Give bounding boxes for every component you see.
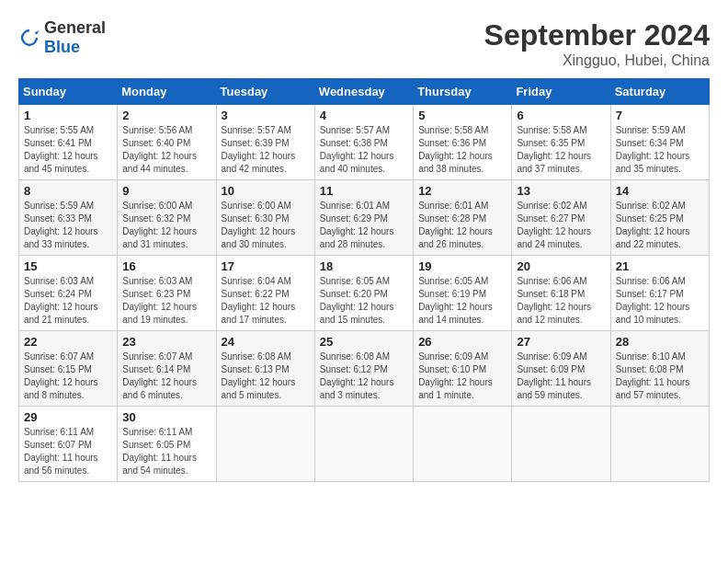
day-number: 30 — [122, 410, 210, 424]
day-number: 28 — [616, 335, 704, 349]
day-info: Sunrise: 6:06 AM Sunset: 6:18 PM Dayligh… — [517, 275, 605, 327]
day-number: 6 — [517, 109, 605, 122]
day-number: 29 — [24, 410, 112, 424]
calendar-day-cell: 25 Sunrise: 6:08 AM Sunset: 6:12 PM Dayl… — [314, 331, 413, 407]
day-info: Sunrise: 5:55 AM Sunset: 6:41 PM Dayligh… — [24, 124, 112, 176]
calendar-header-row: SundayMondayTuesdayWednesdayThursdayFrid… — [19, 79, 710, 105]
day-number: 12 — [418, 184, 506, 198]
day-of-week-header: Sunday — [19, 79, 118, 105]
day-info: Sunrise: 6:02 AM Sunset: 6:27 PM Dayligh… — [517, 200, 605, 251]
calendar-day-cell: 16 Sunrise: 6:03 AM Sunset: 6:23 PM Dayl… — [118, 256, 216, 331]
day-of-week-header: Saturday — [610, 79, 709, 105]
calendar-day-cell: 18 Sunrise: 6:05 AM Sunset: 6:20 PM Dayl… — [314, 256, 413, 331]
day-info: Sunrise: 6:09 AM Sunset: 6:10 PM Dayligh… — [418, 350, 506, 402]
day-info: Sunrise: 5:57 AM Sunset: 6:39 PM Dayligh… — [222, 124, 310, 176]
calendar-day-cell: 17 Sunrise: 6:04 AM Sunset: 6:22 PM Dayl… — [216, 256, 314, 331]
calendar-day-cell: 22 Sunrise: 6:07 AM Sunset: 6:15 PM Dayl… — [19, 331, 118, 407]
day-of-week-header: Friday — [512, 79, 610, 105]
day-info: Sunrise: 6:11 AM Sunset: 6:07 PM Dayligh… — [24, 426, 112, 477]
day-info: Sunrise: 6:03 AM Sunset: 6:24 PM Dayligh… — [24, 275, 112, 327]
day-info: Sunrise: 5:56 AM Sunset: 6:40 PM Dayligh… — [122, 124, 210, 176]
calendar-day-cell: 9 Sunrise: 6:00 AM Sunset: 6:32 PM Dayli… — [118, 180, 216, 256]
logo-general-text: General — [44, 18, 106, 37]
calendar-day-cell: 11 Sunrise: 6:01 AM Sunset: 6:29 PM Dayl… — [314, 180, 413, 256]
calendar-day-cell: 28 Sunrise: 6:10 AM Sunset: 6:08 PM Dayl… — [610, 331, 709, 407]
calendar-day-cell: 26 Sunrise: 6:09 AM Sunset: 6:10 PM Dayl… — [414, 331, 512, 407]
page-header: General Blue September 2024 Xingguo, Hub… — [18, 18, 710, 69]
day-info: Sunrise: 6:00 AM Sunset: 6:32 PM Dayligh… — [122, 200, 210, 251]
day-info: Sunrise: 5:58 AM Sunset: 6:35 PM Dayligh… — [517, 124, 605, 176]
day-info: Sunrise: 5:59 AM Sunset: 6:33 PM Dayligh… — [24, 200, 112, 251]
day-number: 7 — [616, 109, 704, 122]
calendar-day-cell: 10 Sunrise: 6:00 AM Sunset: 6:30 PM Dayl… — [216, 180, 314, 256]
day-info: Sunrise: 6:07 AM Sunset: 6:14 PM Dayligh… — [122, 350, 210, 402]
day-number: 9 — [122, 184, 210, 198]
day-of-week-header: Monday — [118, 79, 216, 105]
day-number: 23 — [122, 335, 210, 349]
calendar-week-row: 29 Sunrise: 6:11 AM Sunset: 6:07 PM Dayl… — [19, 407, 710, 482]
day-number: 17 — [222, 259, 310, 273]
day-number: 26 — [418, 335, 506, 349]
day-number: 3 — [222, 109, 310, 122]
day-info: Sunrise: 6:06 AM Sunset: 6:17 PM Dayligh… — [616, 275, 704, 327]
calendar-day-cell — [512, 407, 610, 482]
calendar-day-cell — [314, 407, 413, 482]
month-title: September 2024 — [484, 18, 710, 52]
calendar-day-cell: 7 Sunrise: 5:59 AM Sunset: 6:34 PM Dayli… — [610, 105, 709, 180]
calendar-day-cell: 19 Sunrise: 6:05 AM Sunset: 6:19 PM Dayl… — [414, 256, 512, 331]
logo: General Blue — [18, 18, 106, 57]
calendar-week-row: 1 Sunrise: 5:55 AM Sunset: 6:41 PM Dayli… — [19, 105, 710, 180]
calendar-week-row: 15 Sunrise: 6:03 AM Sunset: 6:24 PM Dayl… — [19, 256, 710, 331]
day-number: 18 — [320, 259, 408, 273]
calendar-day-cell: 20 Sunrise: 6:06 AM Sunset: 6:18 PM Dayl… — [512, 256, 610, 331]
calendar-day-cell: 8 Sunrise: 5:59 AM Sunset: 6:33 PM Dayli… — [19, 180, 118, 256]
calendar-day-cell: 13 Sunrise: 6:02 AM Sunset: 6:27 PM Dayl… — [512, 180, 610, 256]
day-info: Sunrise: 6:04 AM Sunset: 6:22 PM Dayligh… — [222, 275, 310, 327]
calendar-day-cell: 30 Sunrise: 6:11 AM Sunset: 6:05 PM Dayl… — [118, 407, 216, 482]
day-info: Sunrise: 6:07 AM Sunset: 6:15 PM Dayligh… — [24, 350, 112, 402]
day-number: 20 — [517, 259, 605, 273]
day-number: 24 — [222, 335, 310, 349]
day-info: Sunrise: 5:59 AM Sunset: 6:34 PM Dayligh… — [616, 124, 704, 176]
day-of-week-header: Thursday — [414, 79, 512, 105]
calendar-day-cell: 15 Sunrise: 6:03 AM Sunset: 6:24 PM Dayl… — [19, 256, 118, 331]
calendar-day-cell — [414, 407, 512, 482]
day-info: Sunrise: 5:58 AM Sunset: 6:36 PM Dayligh… — [418, 124, 506, 176]
day-number: 8 — [24, 184, 112, 198]
day-number: 25 — [320, 335, 408, 349]
day-number: 1 — [24, 109, 112, 122]
calendar-day-cell: 21 Sunrise: 6:06 AM Sunset: 6:17 PM Dayl… — [610, 256, 709, 331]
calendar-day-cell — [216, 407, 314, 482]
calendar-day-cell: 23 Sunrise: 6:07 AM Sunset: 6:14 PM Dayl… — [118, 331, 216, 407]
day-number: 27 — [517, 335, 605, 349]
calendar-day-cell: 2 Sunrise: 5:56 AM Sunset: 6:40 PM Dayli… — [118, 105, 216, 180]
day-info: Sunrise: 6:03 AM Sunset: 6:23 PM Dayligh… — [122, 275, 210, 327]
day-info: Sunrise: 6:01 AM Sunset: 6:28 PM Dayligh… — [418, 200, 506, 251]
calendar-table: SundayMondayTuesdayWednesdayThursdayFrid… — [18, 78, 710, 482]
calendar-day-cell — [610, 407, 709, 482]
day-info: Sunrise: 6:08 AM Sunset: 6:12 PM Dayligh… — [320, 350, 408, 402]
day-info: Sunrise: 6:08 AM Sunset: 6:13 PM Dayligh… — [222, 350, 310, 402]
calendar-week-row: 8 Sunrise: 5:59 AM Sunset: 6:33 PM Dayli… — [19, 180, 710, 256]
calendar-day-cell: 29 Sunrise: 6:11 AM Sunset: 6:07 PM Dayl… — [19, 407, 118, 482]
day-info: Sunrise: 6:05 AM Sunset: 6:20 PM Dayligh… — [320, 275, 408, 327]
day-number: 13 — [517, 184, 605, 198]
day-number: 11 — [320, 184, 408, 198]
day-info: Sunrise: 5:57 AM Sunset: 6:38 PM Dayligh… — [320, 124, 408, 176]
calendar-day-cell: 5 Sunrise: 5:58 AM Sunset: 6:36 PM Dayli… — [414, 105, 512, 180]
calendar-day-cell: 24 Sunrise: 6:08 AM Sunset: 6:13 PM Dayl… — [216, 331, 314, 407]
day-number: 2 — [122, 109, 210, 122]
day-number: 15 — [24, 259, 112, 273]
calendar-day-cell: 6 Sunrise: 5:58 AM Sunset: 6:35 PM Dayli… — [512, 105, 610, 180]
calendar-day-cell: 27 Sunrise: 6:09 AM Sunset: 6:09 PM Dayl… — [512, 331, 610, 407]
day-of-week-header: Wednesday — [314, 79, 413, 105]
day-number: 16 — [122, 259, 210, 273]
day-number: 4 — [320, 109, 408, 122]
day-number: 19 — [418, 259, 506, 273]
day-number: 10 — [222, 184, 310, 198]
day-info: Sunrise: 6:10 AM Sunset: 6:08 PM Dayligh… — [616, 350, 704, 402]
calendar-day-cell: 3 Sunrise: 5:57 AM Sunset: 6:39 PM Dayli… — [216, 105, 314, 180]
calendar-day-cell: 14 Sunrise: 6:02 AM Sunset: 6:25 PM Dayl… — [610, 180, 709, 256]
calendar-day-cell: 1 Sunrise: 5:55 AM Sunset: 6:41 PM Dayli… — [19, 105, 118, 180]
day-info: Sunrise: 6:02 AM Sunset: 6:25 PM Dayligh… — [616, 200, 704, 251]
